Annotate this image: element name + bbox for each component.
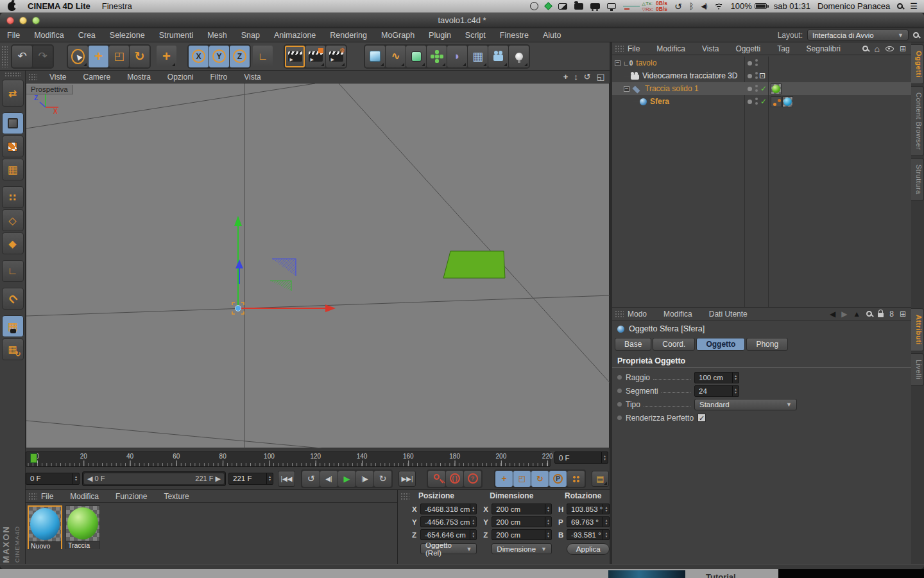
menu-vista[interactable]: Vista xyxy=(244,73,269,82)
layer-dot-icon[interactable] xyxy=(748,87,752,91)
side-tab-struttura[interactable]: Struttura xyxy=(911,158,924,201)
keyframe-options-button[interactable]: ? xyxy=(464,471,481,487)
dimensione-z-field[interactable]: 200 cm xyxy=(492,529,552,540)
last-used-tool-button[interactable]: + xyxy=(157,46,176,67)
record-keyframe-button[interactable] xyxy=(428,471,445,487)
menu-dati-utente[interactable]: Dati Utente xyxy=(709,310,748,319)
material-traccia[interactable]: Traccia xyxy=(65,505,100,549)
renderizza-perfetto-checkbox[interactable]: ✓ xyxy=(697,414,706,422)
toolbar-grip[interactable] xyxy=(4,72,21,77)
visibility-dots-icon[interactable] xyxy=(755,72,758,74)
side-tab-content-browser[interactable]: Content Browser xyxy=(911,86,924,156)
spinner-arrows-icon[interactable] xyxy=(603,504,609,514)
layout-search-icon[interactable] xyxy=(913,32,919,38)
viewport-maximize-icon[interactable]: ◱ xyxy=(597,72,604,82)
creative-cloud-icon[interactable] xyxy=(530,2,538,10)
spinner-arrows-icon[interactable] xyxy=(603,517,609,527)
os-user-name[interactable]: Domenico Panacea xyxy=(817,1,890,11)
frame-range-slider[interactable]: ◀ 0 F 221 F ▶ xyxy=(82,471,226,486)
home-icon[interactable]: ⌂ xyxy=(874,44,879,54)
render-to-picture-viewer-button[interactable] xyxy=(305,46,325,67)
menu-vista[interactable]: Vista xyxy=(702,44,719,53)
workplane-mode-button[interactable]: ▦ xyxy=(2,159,24,180)
expander-icon[interactable] xyxy=(615,60,620,66)
goto-end-button[interactable]: ▶▶| xyxy=(398,471,416,487)
toolbar-grip[interactable] xyxy=(1,46,8,67)
edges-mode-button[interactable]: ◇ xyxy=(2,209,24,231)
rotazione-b-field[interactable]: -93.581 ° xyxy=(567,529,610,540)
start-frame-field[interactable]: 0 F xyxy=(26,473,80,485)
coordinate-system-button[interactable]: ∟ xyxy=(253,46,273,67)
tab-phong[interactable]: Phong xyxy=(746,338,788,351)
search-icon[interactable] xyxy=(866,311,872,317)
posizione-z-field[interactable]: -654.646 cm xyxy=(420,529,477,540)
enable-axis-button[interactable]: ∟ xyxy=(2,260,24,282)
spinner-arrows-icon[interactable] xyxy=(545,530,551,539)
sphere-object[interactable] xyxy=(235,306,241,311)
layout-select[interactable]: Interfaccia di Avvio▼ xyxy=(807,30,909,40)
expander-icon[interactable] xyxy=(624,86,629,92)
side-tab-livelli[interactable]: Livelli xyxy=(911,353,924,386)
add-environment-button[interactable]: ▦ xyxy=(468,46,488,67)
apply-button[interactable]: Applica xyxy=(567,543,610,555)
menu-filtro[interactable]: Filtro xyxy=(210,73,236,82)
history-forward-icon[interactable]: ▶ xyxy=(841,310,847,319)
wifi-icon[interactable] xyxy=(714,3,724,10)
lock-x-axis-button[interactable]: X xyxy=(189,46,209,67)
oggetto-rel-select[interactable]: Oggetto (Rel)▼ xyxy=(420,543,477,554)
tree-row-tavolo[interactable]: ∟0tavolo xyxy=(612,57,911,69)
panel-grip[interactable] xyxy=(28,73,37,81)
render-view-button[interactable] xyxy=(285,46,305,67)
viewport-canvas-area[interactable]: Prospettiva Y X Z xyxy=(26,83,610,448)
menu-crea[interactable]: Crea xyxy=(71,31,103,40)
menu-file[interactable]: File xyxy=(628,44,640,53)
menu-file[interactable]: File xyxy=(41,492,53,501)
spinner-arrows-icon[interactable] xyxy=(470,530,476,539)
rotazione-h-field[interactable]: 103.853 ° xyxy=(567,504,610,514)
next-frame-button[interactable]: |▶ xyxy=(356,471,373,487)
spinner-arrows-icon[interactable] xyxy=(470,504,476,514)
os-menu-finestra[interactable]: Finestra xyxy=(102,1,132,11)
polygons-mode-button[interactable]: ◆ xyxy=(2,232,24,254)
rotate-tool-button[interactable]: ↻ xyxy=(130,46,150,67)
visibility-dots-icon[interactable] xyxy=(755,59,758,62)
object-label[interactable]: Videocamera tracciatore 3D xyxy=(642,71,738,80)
spinner-arrows-icon[interactable] xyxy=(266,473,273,484)
spinner-arrows-icon[interactable] xyxy=(73,473,79,484)
lock-icon[interactable] xyxy=(878,313,884,317)
viewport-pan-icon[interactable]: + xyxy=(563,72,569,82)
material-nuovo[interactable]: Nuovo xyxy=(28,505,62,549)
spotlight-icon[interactable] xyxy=(897,3,903,9)
os-app-name[interactable]: CINEMA 4D Lite xyxy=(28,1,90,11)
display-status-icon[interactable] xyxy=(607,3,616,9)
menu-mostra[interactable]: Mostra xyxy=(127,73,159,82)
menu-texture[interactable]: Texture xyxy=(164,492,189,501)
redo-button[interactable]: ↷ xyxy=(33,46,53,67)
y-axis-arrow[interactable] xyxy=(234,216,242,226)
playhead-marker[interactable] xyxy=(30,453,37,463)
add-light-button[interactable] xyxy=(509,46,529,67)
lock-z-axis-button[interactable]: Z xyxy=(230,46,250,67)
delivery-status-icon[interactable] xyxy=(590,3,600,9)
tab-base[interactable]: Base xyxy=(615,338,651,351)
menu-mograph[interactable]: MoGraph xyxy=(374,31,422,40)
add-spline-button[interactable]: ∿ xyxy=(386,46,406,67)
move-tool-button[interactable]: + xyxy=(89,46,108,67)
tipo-select[interactable]: Standard▼ xyxy=(694,399,797,410)
undo-button[interactable]: ↶ xyxy=(12,46,32,67)
panel-grip[interactable] xyxy=(400,493,409,500)
layer-dot-icon[interactable] xyxy=(748,100,752,104)
enabled-check-icon[interactable]: ✓ xyxy=(760,97,767,106)
live-selection-button[interactable]: ▲ xyxy=(68,46,88,67)
key-position-button[interactable]: + xyxy=(495,471,513,487)
play-button[interactable]: ▶ xyxy=(338,471,355,487)
menu-modo[interactable]: Modo xyxy=(628,310,647,319)
layer-dot-icon[interactable] xyxy=(748,61,752,66)
viewport-zoom-icon[interactable]: ↕ xyxy=(574,72,578,82)
tab-oggetto[interactable]: Oggetto xyxy=(696,338,745,351)
previous-frame-button[interactable]: ◀| xyxy=(320,471,338,487)
volume-icon[interactable]: ◀) xyxy=(701,3,706,10)
menu-rendering[interactable]: Rendering xyxy=(323,31,374,40)
spinner-arrows-icon[interactable] xyxy=(732,372,739,383)
dimensione-y-field[interactable]: 200 cm xyxy=(492,516,552,527)
